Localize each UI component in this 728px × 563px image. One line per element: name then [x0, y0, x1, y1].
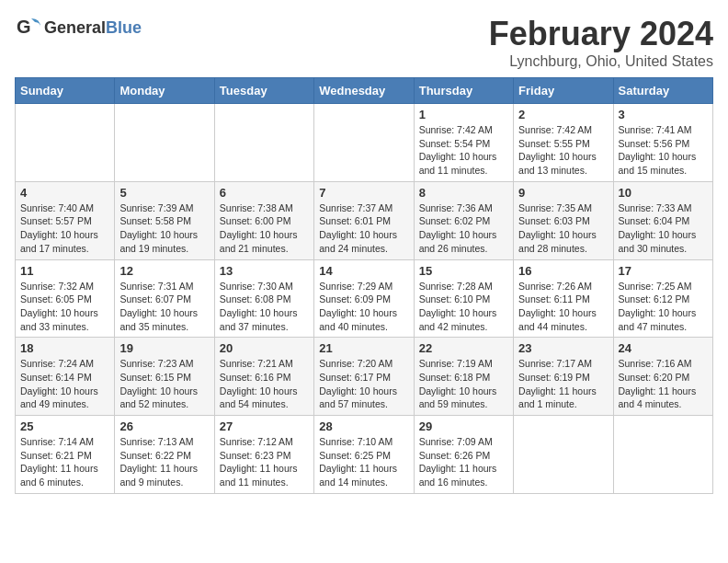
logo: G GeneralBlue: [15, 15, 142, 40]
location-subtitle: Lynchburg, Ohio, United States: [489, 53, 713, 70]
calendar-cell: 24Sunrise: 7:16 AM Sunset: 6:20 PM Dayli…: [613, 338, 712, 416]
day-info: Sunrise: 7:42 AM Sunset: 5:54 PM Dayligh…: [419, 123, 508, 178]
weekday-header-saturday: Saturday: [613, 78, 712, 104]
day-number: 24: [619, 341, 708, 355]
day-info: Sunrise: 7:39 AM Sunset: 5:58 PM Dayligh…: [119, 201, 209, 256]
day-number: 16: [518, 264, 608, 278]
day-info: Sunrise: 7:42 AM Sunset: 5:55 PM Dayligh…: [518, 123, 608, 178]
day-number: 18: [20, 341, 109, 355]
calendar-cell: 25Sunrise: 7:14 AM Sunset: 6:21 PM Dayli…: [16, 416, 115, 494]
day-info: Sunrise: 7:26 AM Sunset: 6:11 PM Dayligh…: [518, 280, 608, 334]
day-info: Sunrise: 7:13 AM Sunset: 6:22 PM Dayligh…: [119, 435, 209, 489]
day-number: 21: [319, 341, 408, 355]
calendar-cell: [115, 104, 214, 182]
day-number: 8: [419, 186, 508, 200]
day-info: Sunrise: 7:20 AM Sunset: 6:17 PM Dayligh…: [319, 357, 408, 411]
day-number: 6: [220, 186, 309, 200]
title-block: February 2024 Lynchburg, Ohio, United St…: [489, 15, 713, 70]
day-number: 5: [119, 186, 209, 200]
month-year-title: February 2024: [489, 15, 713, 53]
day-number: 10: [619, 186, 708, 200]
day-info: Sunrise: 7:23 AM Sunset: 6:15 PM Dayligh…: [119, 357, 209, 411]
day-info: Sunrise: 7:35 AM Sunset: 6:03 PM Dayligh…: [518, 201, 608, 256]
calendar-cell: 29Sunrise: 7:09 AM Sunset: 6:26 PM Dayli…: [414, 416, 513, 494]
day-number: 19: [119, 341, 209, 355]
calendar-cell: 5Sunrise: 7:39 AM Sunset: 5:58 PM Daylig…: [115, 181, 214, 259]
day-number: 17: [619, 264, 708, 278]
day-info: Sunrise: 7:10 AM Sunset: 6:25 PM Dayligh…: [319, 435, 408, 489]
calendar-cell: 1Sunrise: 7:42 AM Sunset: 5:54 PM Daylig…: [414, 104, 513, 182]
day-number: 26: [119, 419, 209, 433]
calendar-cell: 28Sunrise: 7:10 AM Sunset: 6:25 PM Dayli…: [314, 416, 414, 494]
calendar-cell: 6Sunrise: 7:38 AM Sunset: 6:00 PM Daylig…: [214, 181, 313, 259]
weekday-header-tuesday: Tuesday: [214, 78, 313, 104]
calendar-cell: 22Sunrise: 7:19 AM Sunset: 6:18 PM Dayli…: [414, 338, 513, 416]
day-info: Sunrise: 7:19 AM Sunset: 6:18 PM Dayligh…: [419, 357, 508, 411]
day-number: 14: [319, 264, 408, 278]
calendar-cell: 20Sunrise: 7:21 AM Sunset: 6:16 PM Dayli…: [214, 338, 313, 416]
day-info: Sunrise: 7:40 AM Sunset: 5:57 PM Dayligh…: [20, 201, 109, 256]
day-number: 4: [20, 186, 109, 200]
calendar-cell: 16Sunrise: 7:26 AM Sunset: 6:11 PM Dayli…: [514, 259, 613, 338]
day-info: Sunrise: 7:41 AM Sunset: 5:56 PM Dayligh…: [619, 123, 708, 178]
day-number: 13: [220, 264, 309, 278]
day-number: 11: [20, 264, 109, 278]
logo-general-text: GeneralBlue: [44, 18, 142, 38]
day-number: 3: [619, 108, 708, 121]
day-info: Sunrise: 7:28 AM Sunset: 6:10 PM Dayligh…: [419, 280, 508, 334]
day-info: Sunrise: 7:17 AM Sunset: 6:19 PM Dayligh…: [518, 357, 608, 411]
day-number: 22: [419, 341, 508, 355]
day-info: Sunrise: 7:31 AM Sunset: 6:07 PM Dayligh…: [119, 280, 209, 334]
day-number: 7: [319, 186, 408, 200]
day-info: Sunrise: 7:14 AM Sunset: 6:21 PM Dayligh…: [20, 435, 109, 489]
day-number: 2: [518, 108, 608, 121]
calendar-cell: 17Sunrise: 7:25 AM Sunset: 6:12 PM Dayli…: [613, 259, 712, 338]
calendar-table: SundayMondayTuesdayWednesdayThursdayFrid…: [15, 77, 713, 494]
weekday-header-sunday: Sunday: [16, 78, 115, 104]
calendar-cell: 3Sunrise: 7:41 AM Sunset: 5:56 PM Daylig…: [613, 104, 712, 182]
day-info: Sunrise: 7:24 AM Sunset: 6:14 PM Dayligh…: [20, 357, 109, 411]
calendar-cell: 18Sunrise: 7:24 AM Sunset: 6:14 PM Dayli…: [16, 338, 115, 416]
calendar-cell: 15Sunrise: 7:28 AM Sunset: 6:10 PM Dayli…: [414, 259, 513, 338]
day-number: 25: [20, 419, 109, 433]
calendar-cell: [514, 416, 613, 494]
day-number: 27: [220, 419, 309, 433]
calendar-cell: 27Sunrise: 7:12 AM Sunset: 6:23 PM Dayli…: [214, 416, 313, 494]
calendar-cell: 23Sunrise: 7:17 AM Sunset: 6:19 PM Dayli…: [514, 338, 613, 416]
weekday-header-friday: Friday: [514, 78, 613, 104]
weekday-header-monday: Monday: [115, 78, 214, 104]
calendar-cell: [214, 104, 313, 182]
calendar-cell: 19Sunrise: 7:23 AM Sunset: 6:15 PM Dayli…: [115, 338, 214, 416]
weekday-header-wednesday: Wednesday: [314, 78, 414, 104]
day-number: 15: [419, 264, 508, 278]
day-info: Sunrise: 7:12 AM Sunset: 6:23 PM Dayligh…: [220, 435, 309, 489]
day-info: Sunrise: 7:33 AM Sunset: 6:04 PM Dayligh…: [619, 201, 708, 256]
calendar-cell: 8Sunrise: 7:36 AM Sunset: 6:02 PM Daylig…: [414, 181, 513, 259]
calendar-cell: 10Sunrise: 7:33 AM Sunset: 6:04 PM Dayli…: [613, 181, 712, 259]
day-number: 20: [220, 341, 309, 355]
day-info: Sunrise: 7:38 AM Sunset: 6:00 PM Dayligh…: [220, 201, 309, 256]
calendar-cell: [16, 104, 115, 182]
day-info: Sunrise: 7:32 AM Sunset: 6:05 PM Dayligh…: [20, 280, 109, 334]
day-info: Sunrise: 7:16 AM Sunset: 6:20 PM Dayligh…: [619, 357, 708, 411]
calendar-cell: 13Sunrise: 7:30 AM Sunset: 6:08 PM Dayli…: [214, 259, 313, 338]
day-info: Sunrise: 7:30 AM Sunset: 6:08 PM Dayligh…: [220, 280, 309, 334]
calendar-cell: 4Sunrise: 7:40 AM Sunset: 5:57 PM Daylig…: [16, 181, 115, 259]
calendar-cell: 14Sunrise: 7:29 AM Sunset: 6:09 PM Dayli…: [314, 259, 414, 338]
calendar-cell: 12Sunrise: 7:31 AM Sunset: 6:07 PM Dayli…: [115, 259, 214, 338]
calendar-cell: 9Sunrise: 7:35 AM Sunset: 6:03 PM Daylig…: [514, 181, 613, 259]
day-info: Sunrise: 7:37 AM Sunset: 6:01 PM Dayligh…: [319, 201, 408, 256]
calendar-cell: [314, 104, 414, 182]
weekday-header-thursday: Thursday: [414, 78, 513, 104]
logo-icon: G: [15, 15, 40, 40]
calendar-cell: 2Sunrise: 7:42 AM Sunset: 5:55 PM Daylig…: [514, 104, 613, 182]
day-info: Sunrise: 7:09 AM Sunset: 6:26 PM Dayligh…: [419, 435, 508, 489]
calendar-cell: 11Sunrise: 7:32 AM Sunset: 6:05 PM Dayli…: [16, 259, 115, 338]
day-info: Sunrise: 7:36 AM Sunset: 6:02 PM Dayligh…: [419, 201, 508, 256]
day-info: Sunrise: 7:29 AM Sunset: 6:09 PM Dayligh…: [319, 280, 408, 334]
day-number: 29: [419, 419, 508, 433]
day-number: 1: [419, 108, 508, 121]
calendar-cell: 7Sunrise: 7:37 AM Sunset: 6:01 PM Daylig…: [314, 181, 414, 259]
page-header: G GeneralBlue February 2024 Lynchburg, O…: [15, 15, 713, 70]
day-info: Sunrise: 7:25 AM Sunset: 6:12 PM Dayligh…: [619, 280, 708, 334]
